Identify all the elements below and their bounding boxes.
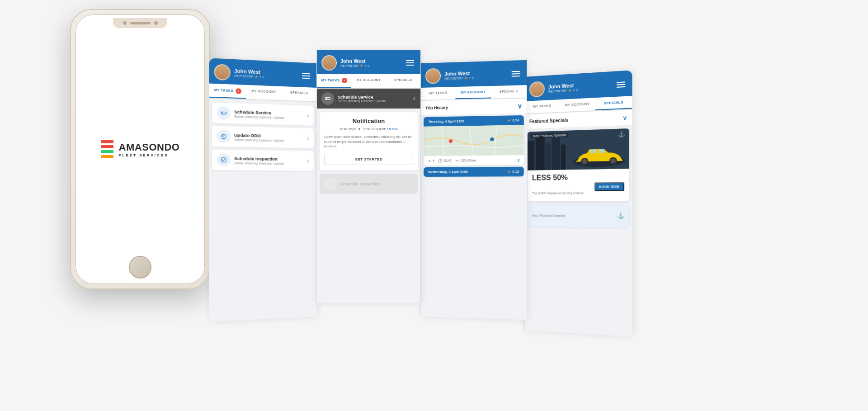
screen3-header: John West RDY5670P ★ 7.2 xyxy=(421,60,527,88)
phone-brand-tagline: FLEET SERVICES xyxy=(119,153,180,157)
trip1-date: Thursday, 4 April 2109 xyxy=(428,119,464,123)
expanded-task-icon xyxy=(321,92,334,105)
screen1-task-list: Schedule Service Status: Awaiting Custom… xyxy=(209,99,316,175)
screen2-tab-account[interactable]: MY ACCOUNT xyxy=(351,74,386,88)
trip1-time: 02:45 xyxy=(438,158,452,163)
notification-panel: Notification Task Steps: 3 Time Required… xyxy=(320,112,418,170)
svg-rect-3 xyxy=(222,158,226,162)
svg-point-1 xyxy=(222,113,222,113)
screen2-tab-specials[interactable]: SPECIALS xyxy=(386,74,420,88)
trip1-rating: ★ 6.54 xyxy=(508,118,519,123)
task-update-odo[interactable]: Update ODO Status: Awaiting Customer Upd… xyxy=(212,126,314,148)
trip2-date: Wednesday, 3 April 2100 xyxy=(428,170,468,174)
svg-rect-6 xyxy=(424,125,524,156)
svg-rect-15 xyxy=(536,136,545,170)
screen1-menu-button[interactable] xyxy=(300,71,312,80)
task2-chevron: ∨ xyxy=(306,136,309,141)
screen1-avatar xyxy=(214,64,230,80)
trip1-map xyxy=(424,125,524,156)
screen3-menu-button[interactable] xyxy=(509,69,522,79)
phone-home-button[interactable] xyxy=(129,256,151,279)
phone-notch xyxy=(113,18,167,28)
screen2-user-info: John West RDY5670P ★ 7.2 xyxy=(340,58,401,68)
svg-rect-20 xyxy=(590,149,596,153)
screen3-tab-account[interactable]: MY ACCOUNT xyxy=(456,86,491,99)
screen1-tab-account[interactable]: MY ACCOUNT xyxy=(246,85,282,100)
trip-card-1[interactable]: Thursday, 4 April 2109 ★ 6.54 xyxy=(424,115,524,165)
task1-chevron: ∨ xyxy=(306,113,309,118)
task3-chevron: ∨ xyxy=(306,158,309,163)
svg-rect-17 xyxy=(552,138,560,170)
special-card-1[interactable]: May: Featured Specials ⚓ LESS 50% BOOK N… xyxy=(528,128,629,201)
trip-card-2[interactable]: Wednesday, 3 April 2100 ★ 6.12 xyxy=(424,167,524,177)
task-schedule-service[interactable]: Schedule Service Status: Awaiting Custom… xyxy=(212,102,314,125)
featured-specials-chevron[interactable]: ∨ xyxy=(623,114,627,122)
screen3-tab-specials[interactable]: SPECIALS xyxy=(491,85,527,98)
screen1-tab-specials[interactable]: SPECIALS xyxy=(282,86,316,101)
screen4-tab-tasks[interactable]: MY TASKS xyxy=(525,99,559,113)
screen2-menu-button[interactable] xyxy=(404,58,416,67)
gauge-icon xyxy=(220,133,227,140)
phone-screen: AMASONDO FLEET SERVICES xyxy=(75,14,205,284)
trip-history-chevron[interactable]: ∨ xyxy=(517,102,522,110)
trip1-expand[interactable]: ∨ xyxy=(517,157,520,162)
screen2-user-plate: RDY5670P ★ 7.2 xyxy=(340,64,401,68)
trip2-rating: ★ 6.12 xyxy=(508,170,519,174)
screen1-tasks-badge: 3 xyxy=(236,88,241,94)
screen3-tab-tasks[interactable]: MY TASKS xyxy=(421,87,456,100)
inspection-icon xyxy=(220,156,227,163)
svg-point-9 xyxy=(429,160,430,161)
screen3-avatar xyxy=(425,68,441,84)
featured-specials-title: Featured Specials xyxy=(529,118,568,124)
get-started-button[interactable]: GET STARTED xyxy=(324,154,413,165)
trip-history-title: Trip History xyxy=(425,105,448,110)
screen3-user-info: John West RDY5670P ★ 7.2 xyxy=(444,69,506,80)
phone-mockup: AMASONDO FLEET SERVICES xyxy=(70,9,210,289)
phone-logo-text: AMASONDO FLEET SERVICES xyxy=(119,142,180,157)
expanded-task-info: Schedule Service Status: Awaiting Custom… xyxy=(338,94,409,103)
screen4-tab-specials[interactable]: SPECIALS xyxy=(595,96,632,110)
screen-account: John West RDY5670P ★ 7.2 MY TASKS MY ACC xyxy=(420,60,527,320)
svg-rect-18 xyxy=(561,144,566,170)
expanded-chevron: ∨ xyxy=(413,96,416,101)
screen2-header: John West RDY5670P ★ 7.2 xyxy=(317,50,420,74)
book-now-button[interactable]: BOOK NOW xyxy=(594,182,624,191)
special2-label: May: Featured Specials xyxy=(532,214,566,217)
screen4-avatar xyxy=(529,81,545,97)
special2-bookmark[interactable]: ⚓ xyxy=(617,213,624,219)
screen1-tab-tasks[interactable]: MY TASKS 3 xyxy=(209,84,246,99)
trip1-distance: 215,45 km xyxy=(455,158,476,163)
screen2-tab-tasks[interactable]: MY TASKS 3 xyxy=(317,74,351,88)
notification-meta: Task Steps: 3 Time Required: 15 min xyxy=(324,127,413,131)
screen4-user-info: John West RDY5670P ★ 7.2 xyxy=(548,80,611,93)
screen1-user-info: John West RDY5670P ★ 7.2 xyxy=(234,68,297,80)
trip2-header: Wednesday, 3 April 2100 ★ 6.12 xyxy=(424,167,524,177)
logo-bar-red2 xyxy=(101,145,113,148)
phone-camera xyxy=(123,21,127,25)
special-card-2[interactable]: May: Featured Specials ⚓ xyxy=(528,204,629,228)
trip-history-header: Trip History ∨ xyxy=(421,99,527,115)
screen4-tab-account[interactable]: MY ACCOUNT xyxy=(559,98,595,112)
screen-specials: John West RDY5670P ★ 7.2 MY TASKS MY ACC xyxy=(524,70,632,336)
svg-rect-14 xyxy=(528,141,534,170)
special1-body: LESS 50% BOOK NOW The BMW Advanced Drivi… xyxy=(528,169,629,201)
special1-discount: LESS 50% xyxy=(532,173,624,182)
task3-status: Status: Awaiting Customer Update xyxy=(234,161,302,165)
special1-desc: The BMW Advanced Driving Course xyxy=(532,191,624,195)
special1-bookmark[interactable]: ⚓ xyxy=(618,131,625,137)
logo-bar-green xyxy=(101,150,113,153)
screen-tasks: John West RDY5670P ★ 7.2 MY TASKS xyxy=(209,58,316,321)
trip1-stops: 4 xyxy=(427,158,434,163)
logo-bar-orange xyxy=(101,155,113,158)
expanded-task-status: Status: Awaiting Customer Update xyxy=(338,99,409,103)
screen4-menu-button[interactable] xyxy=(614,80,627,90)
screen2-user-name: John West xyxy=(340,58,401,64)
notification-body: Lorem ipsum dolor sit amet, consectetur … xyxy=(324,135,413,149)
special-card1-image: May: Featured Specials ⚓ xyxy=(528,128,629,170)
scene: AMASONDO FLEET SERVICES AMASONDO FLEET S… xyxy=(0,0,868,411)
phone-speaker xyxy=(130,22,151,24)
screen2-avatar xyxy=(321,55,337,71)
screen-notification: John West RDY5670P ★ 7.2 MY TASKS xyxy=(316,50,420,303)
task-schedule-inspection[interactable]: Schedule Inspection Status: Awaiting Cus… xyxy=(212,150,314,171)
notification-title: Notification xyxy=(324,118,413,124)
